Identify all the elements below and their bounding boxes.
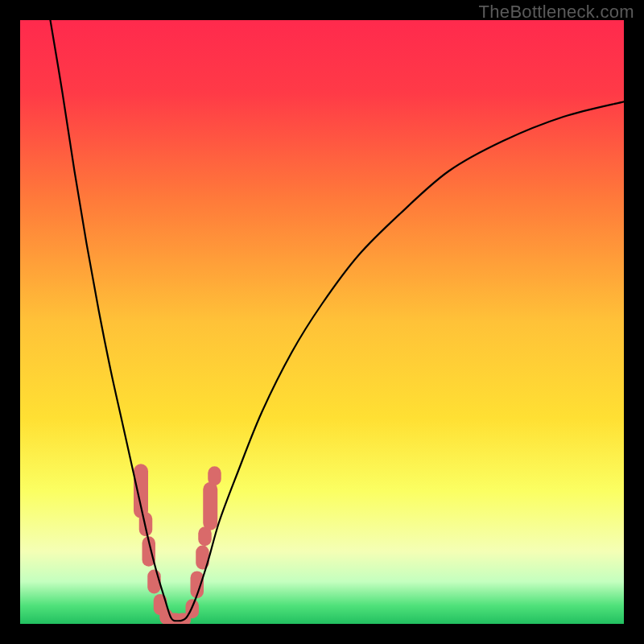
- chart-stage: TheBottleneck.com: [0, 0, 644, 644]
- plot-area: [20, 20, 624, 624]
- watermark-text: TheBottleneck.com: [479, 2, 634, 23]
- curve-layer: [20, 20, 624, 624]
- bottleneck-curve: [51, 20, 625, 621]
- range-marker: [203, 482, 217, 530]
- range-marker: [208, 466, 221, 485]
- range-markers-group: [134, 464, 221, 624]
